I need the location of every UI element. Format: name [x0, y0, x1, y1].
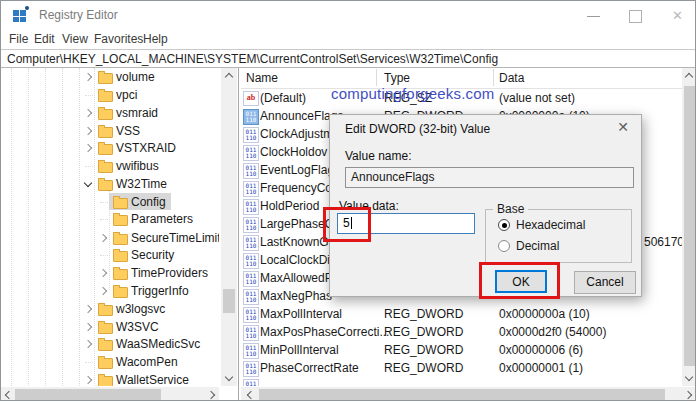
value-name: HoldPeriod [260, 197, 319, 215]
tree-item-volume[interactable]: volume [1, 68, 219, 86]
scrollbar-thumb[interactable] [223, 289, 235, 313]
chevron-right-icon[interactable] [99, 269, 107, 277]
tree-item-waasmedicsvc[interactable]: WaaSMedicSvc [1, 335, 219, 353]
folder-icon [113, 234, 128, 245]
scroll-right-icon[interactable] [684, 391, 692, 399]
tree-horizontal-scrollbar[interactable] [1, 387, 219, 401]
value-type: REG_DWORD [384, 323, 463, 341]
menu-help[interactable]: Help [143, 32, 168, 46]
folder-icon [113, 215, 128, 226]
chevron-right-icon[interactable] [84, 323, 92, 331]
menu-edit[interactable]: Edit [34, 32, 55, 46]
value-row-partial[interactable]: 011110 [241, 377, 682, 386]
registry-tree: volume vpci vsmraid VSS VSTXRAID vwifibu… [1, 68, 219, 386]
value-row[interactable]: 011110MinPollIntervalREG_DWORD0x00000006… [241, 341, 682, 359]
folder-icon [113, 251, 128, 262]
chevron-right-icon[interactable] [84, 73, 92, 81]
menu-file[interactable]: File [9, 32, 28, 46]
chevron-right-icon[interactable] [84, 144, 92, 152]
scroll-down-icon[interactable] [685, 373, 693, 381]
menu-favorites[interactable]: Favorites [94, 32, 143, 46]
string-value-icon: ab [243, 91, 259, 106]
value-type: REG_DWORD [384, 359, 463, 377]
chevron-right-icon[interactable] [99, 287, 107, 295]
column-header-name[interactable]: Name [246, 71, 278, 85]
tree-item-vsmraid[interactable]: vsmraid [1, 104, 219, 122]
list-horizontal-scrollbar[interactable] [241, 387, 696, 401]
value-name: FrequencyCo [260, 179, 332, 197]
tree-item-vwifibus[interactable]: vwifibus [1, 157, 219, 175]
dword-value-icon: 011110 [243, 199, 259, 215]
tree-item-w3svc[interactable]: W3SVC [1, 318, 219, 336]
chevron-right-icon[interactable] [84, 109, 92, 117]
chevron-right-icon[interactable] [99, 234, 107, 242]
dword-value-icon: 011110 [243, 253, 259, 269]
tree-item-parameters[interactable]: Parameters [1, 210, 219, 228]
tree-vertical-scrollbar[interactable] [221, 68, 237, 386]
tree-item-w3logsvc[interactable]: w3logsvc [1, 300, 219, 318]
minimize-button[interactable] [579, 7, 609, 25]
tree-stub [100, 255, 108, 256]
tree-item-securetimelimits[interactable]: SecureTimeLimits [1, 229, 219, 247]
dword-value-icon: 011110 [243, 289, 259, 305]
tree-item-label: SecureTimeLimits [131, 229, 219, 247]
column-header-data[interactable]: Data [499, 71, 524, 85]
radio-selected-icon[interactable] [498, 219, 510, 231]
tree-item-security[interactable]: Security [1, 246, 219, 264]
scroll-left-icon[interactable] [5, 391, 13, 399]
maximize-button[interactable] [621, 7, 651, 25]
tree-item-w32time[interactable]: W32Time [1, 175, 219, 193]
scroll-left-icon[interactable] [247, 391, 255, 399]
chevron-right-icon[interactable] [84, 305, 92, 313]
dword-value-icon: 011110 [243, 145, 259, 161]
tree-item-label: vsmraid [116, 104, 158, 122]
tree-item-config[interactable]: Config [1, 193, 219, 211]
value-name: MaxPollInterval [260, 305, 342, 323]
window-title: Registry Editor [39, 8, 118, 22]
chevron-right-icon[interactable] [84, 340, 92, 348]
radio-unselected-icon[interactable] [498, 240, 510, 252]
scroll-up-icon[interactable] [685, 73, 693, 81]
value-name: ClockHoldov [260, 143, 327, 161]
value-row[interactable]: 011110PhaseCorrectRateREG_DWORD0x0000000… [241, 359, 682, 377]
scroll-right-icon[interactable] [207, 391, 215, 399]
scrollbar-thumb[interactable] [259, 389, 665, 400]
tree-item-label: Parameters [131, 210, 193, 228]
tree-item-wacompen[interactable]: WacomPen [1, 353, 219, 371]
scroll-up-icon[interactable] [225, 73, 233, 81]
tree-item-label: vpci [116, 86, 137, 104]
chevron-right-icon[interactable] [84, 127, 92, 135]
tree-item-walletservice[interactable]: WalletService [1, 371, 219, 386]
scrollbar-thumb[interactable] [684, 86, 696, 366]
folder-icon [113, 269, 128, 280]
scroll-down-icon[interactable] [225, 373, 233, 381]
value-row[interactable]: 011110MaxPollIntervalREG_DWORD0x0000000a… [241, 305, 682, 323]
dword-value-icon: 011110 [243, 163, 259, 179]
value-row[interactable]: 011110MaxPosPhaseCorrecti...REG_DWORD0x0… [241, 323, 682, 341]
value-name: (Default) [260, 89, 306, 107]
column-separator[interactable] [493, 69, 494, 86]
dword-value-icon: 011110 [243, 217, 259, 233]
tree-item-label: TriggerInfo [131, 282, 189, 300]
column-separator[interactable] [376, 69, 377, 86]
tree-item-vpci[interactable]: vpci [1, 86, 219, 104]
dialog-close-icon[interactable]: ✕ [617, 119, 629, 135]
cancel-button[interactable]: Cancel [574, 271, 636, 294]
chevron-down-icon[interactable] [84, 179, 92, 187]
tree-item-triggerinfo[interactable]: TriggerInfo [1, 282, 219, 300]
folder-icon [98, 340, 113, 351]
address-bar[interactable]: Computer\HKEY_LOCAL_MACHINE\SYSTEM\Curre… [1, 50, 695, 68]
close-button[interactable]: ✕ [665, 7, 695, 25]
column-header-type[interactable]: Type [384, 71, 410, 85]
menu-view[interactable]: View [62, 32, 88, 46]
tree-item-timeproviders[interactable]: TimeProviders [1, 264, 219, 282]
tree-item-label: WacomPen [116, 353, 178, 371]
list-vertical-scrollbar[interactable] [682, 68, 696, 386]
value-data: (value not set) [499, 89, 575, 107]
scrollbar-thumb[interactable] [15, 389, 161, 400]
annotation-box-ok [479, 262, 560, 299]
chevron-right-icon[interactable] [84, 376, 92, 384]
tree-item-vstxraid[interactable]: VSTXRAID [1, 139, 219, 157]
tree-item-vss[interactable]: VSS [1, 122, 219, 140]
pane-splitter[interactable] [238, 68, 239, 401]
